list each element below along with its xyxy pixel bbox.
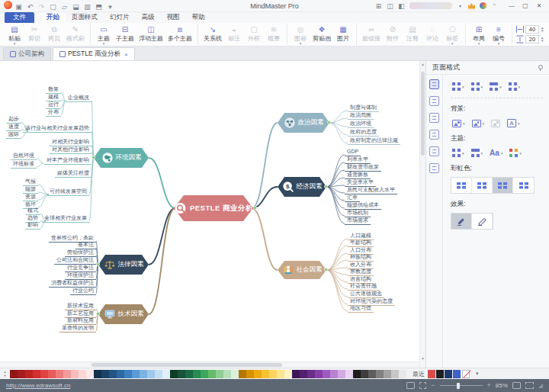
background-image-icon[interactable] <box>429 113 439 123</box>
color-swatch[interactable] <box>63 370 71 378</box>
color-swatch[interactable] <box>361 370 368 378</box>
topic-数量[interactable]: 数量 <box>46 86 61 94</box>
color-swatch[interactable] <box>193 370 201 378</box>
multi-topic-button[interactable]: ⧈多个主题 <box>165 24 194 42</box>
zoom-slider-thumb[interactable] <box>457 383 460 389</box>
color-swatch[interactable] <box>307 370 315 378</box>
topic-制度与体制[interactable]: 制度与体制 <box>348 104 379 112</box>
rainbow-option-2[interactable] <box>472 178 493 193</box>
minimize-button[interactable]: — <box>505 1 518 11</box>
color-swatch[interactable] <box>353 370 361 378</box>
branch-环境因素[interactable]: 环境因素 <box>94 148 149 168</box>
topic-GDP[interactable]: GDP <box>345 149 361 156</box>
topic-利率水平[interactable]: 利率水平 <box>345 156 371 164</box>
topic-政治环境[interactable]: 政治环境 <box>348 120 374 128</box>
scroll-down-icon[interactable]: ▼ <box>420 355 425 361</box>
palette-scroll[interactable]: ▲▼ <box>2 370 8 378</box>
share-icon[interactable]: ◧ <box>396 2 406 11</box>
topic-地区习惯[interactable]: 地区习惯 <box>348 305 374 313</box>
layout-button[interactable]: ⊞布局▾ <box>469 24 489 45</box>
collapse-dot[interactable] <box>253 206 257 210</box>
topic-市场需求[interactable]: 市场需求 <box>345 217 371 225</box>
topic-button[interactable]: ▭主题▾ <box>94 24 114 45</box>
color-swatch[interactable] <box>178 370 185 378</box>
palette-expand-icon[interactable]: ▾ <box>476 371 479 377</box>
topic-规模[interactable]: 规模 <box>46 94 61 101</box>
color-swatch[interactable] <box>94 370 101 378</box>
clipart-button[interactable]: ❖剪贴画 <box>310 24 333 42</box>
rainbow-option-4[interactable] <box>513 178 534 193</box>
topic-通货膨胀[interactable]: 通货膨胀 <box>345 172 371 179</box>
topic-市场机制[interactable]: 市场机制 <box>345 210 371 217</box>
topic-环境标准[interactable]: 环境标准 <box>11 161 37 169</box>
topic-资源[interactable]: 资源 <box>23 194 38 201</box>
branch-政治因素[interactable]: 政治因素 <box>278 113 329 133</box>
theme-color-button[interactable]: ▾ <box>508 147 523 159</box>
color-swatch[interactable] <box>399 370 406 378</box>
color-swatch[interactable] <box>40 370 48 378</box>
topic-新技术应用[interactable]: 新技术应用 <box>65 303 96 310</box>
topic-运行[interactable]: 运行 <box>46 101 61 109</box>
topic-行业公约[interactable]: 行业公约 <box>70 288 96 295</box>
topic-政府的态度[interactable]: 政府的态度 <box>348 129 379 137</box>
collapse-dot[interactable] <box>96 312 100 316</box>
close-tab-icon[interactable]: × <box>124 51 128 58</box>
topic-革命性的发明[interactable]: 革命性的发明 <box>59 325 96 333</box>
color-swatch[interactable] <box>300 370 307 378</box>
topic-模式[interactable]: 模式 <box>25 207 40 215</box>
horizontal-spacing-input[interactable]: 40 <box>525 25 539 34</box>
topic-新材料应用[interactable]: 新材料应用 <box>65 317 96 325</box>
file-menu-button[interactable]: 文件 <box>5 12 34 24</box>
document-tab[interactable]: PESTLE 商业分析× <box>53 47 135 60</box>
branch-社会因素[interactable]: 社会因素 <box>278 261 326 279</box>
collapse-ribbon-icon[interactable]: ⌃ <box>490 2 499 11</box>
customize-toolbar-icon[interactable]: ▾ <box>105 2 115 11</box>
color-swatch[interactable] <box>185 370 193 378</box>
scroll-up-icon[interactable]: ▲ <box>420 61 425 67</box>
color-swatch[interactable] <box>368 370 376 378</box>
vertical-spacing-stepper[interactable]: ▲▼ <box>541 37 544 43</box>
presentation-mode-icon[interactable] <box>406 382 415 389</box>
account-dropdown-icon[interactable]: ▾ <box>455 2 465 11</box>
color-swatch[interactable] <box>25 370 33 378</box>
topic-对相关行业影响[interactable]: 对相关行业影响 <box>50 139 92 146</box>
menu-tab-帮助[interactable]: 帮助 <box>186 12 211 22</box>
color-swatch[interactable] <box>162 370 170 378</box>
recent-color-swatch[interactable] <box>453 370 461 378</box>
vertical-scrollbar-thumb[interactable] <box>421 72 425 156</box>
color-swatch[interactable] <box>147 370 155 378</box>
watermark-button[interactable]: A▾ <box>506 117 522 129</box>
color-swatch[interactable] <box>117 370 124 378</box>
horizontal-scrollbar[interactable] <box>0 361 419 368</box>
color-swatch[interactable] <box>376 370 384 378</box>
color-swatch[interactable] <box>216 370 223 378</box>
color-swatch[interactable] <box>155 370 162 378</box>
topic-环境保护法[interactable]: 环境保护法 <box>65 272 96 280</box>
redo-icon[interactable]: ↷ <box>37 2 47 11</box>
topic-政府制定的法律法规[interactable]: 政府制定的法律法规 <box>348 137 400 145</box>
central-topic[interactable]: PESTLE 商业分析 <box>174 195 253 221</box>
zoom-slider[interactable] <box>440 385 483 386</box>
outline-icon[interactable] <box>429 96 439 106</box>
rainbow-option-1[interactable] <box>451 178 472 193</box>
topic-分布[interactable]: 分布 <box>46 109 61 117</box>
topic-失业率水平[interactable]: 失业率水平 <box>345 179 376 187</box>
save-as-icon[interactable]: ⬓ <box>71 2 81 11</box>
recent-color-swatch[interactable] <box>428 370 435 378</box>
topic-行业竞争法[interactable]: 行业竞争法 <box>65 265 96 272</box>
document-tab[interactable]: 公司架构 <box>3 47 51 60</box>
color-swatch[interactable] <box>124 370 132 378</box>
color-swatch[interactable] <box>208 370 216 378</box>
topic-财政货币政策[interactable]: 财政货币政策 <box>345 164 381 172</box>
export-icon[interactable]: ⬒ <box>94 2 104 11</box>
branch-法律因素[interactable]: 法律因素 <box>98 255 149 275</box>
color-swatch[interactable] <box>323 370 330 378</box>
clipboard-button[interactable]: ▤粘贴▾ <box>5 24 24 45</box>
color-swatch[interactable] <box>262 370 269 378</box>
topic-公司法和合同法[interactable]: 公司法和合同法 <box>54 257 96 265</box>
color-swatch[interactable] <box>277 370 284 378</box>
rainbow-option-3[interactable] <box>493 178 513 193</box>
collapse-dot[interactable] <box>324 268 328 272</box>
zoom-out-icon[interactable]: − <box>431 382 435 389</box>
color-swatch[interactable] <box>101 370 109 378</box>
